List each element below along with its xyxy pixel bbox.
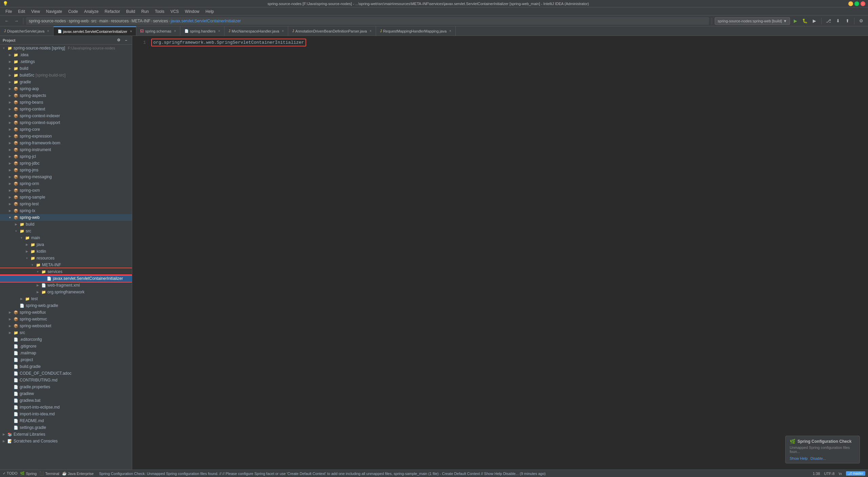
close-button[interactable]: × — [861, 1, 865, 6]
tab-mvcnamespacehandler[interactable]: J MvcNamespaceHandler.java × — [224, 26, 288, 36]
tree-item-src-outer[interactable]: ▶ 📁 src — [0, 329, 132, 336]
tree-item-spring-webmvc[interactable]: ▶ 📦 spring-webmvc — [0, 316, 132, 323]
tree-item-contributing[interactable]: ▶ 📄 CONTRIBUTING.md — [0, 377, 132, 383]
tab-close-javax[interactable]: × — [130, 29, 132, 33]
tree-item-spring-expression[interactable]: ▶ 📦 spring-expression — [0, 133, 132, 140]
tree-item-services[interactable]: ▾ 📁 services — [0, 268, 132, 275]
tree-item-scratches[interactable]: ▶ 📝 Scratches and Consoles — [0, 438, 132, 444]
debug-button[interactable]: 🐛 — [801, 17, 809, 25]
tree-item-build-gradle[interactable]: ▶ 📄 build.gradle — [0, 363, 132, 370]
menu-vcs[interactable]: VCS — [168, 8, 182, 15]
tab-close-dispatcherservlet[interactable]: × — [47, 29, 49, 33]
tree-item-resources[interactable]: ▾ 📁 resources — [0, 255, 132, 262]
tree-item-spring-context-support[interactable]: ▶ 📦 spring-context-support — [0, 119, 132, 126]
tree-item-spring-oxm[interactable]: ▶ 📦 spring-oxm — [0, 187, 132, 194]
breadcrumb-spring-web[interactable]: spring-web — [68, 19, 88, 23]
tab-dispatcherservlet[interactable]: J DispatcherServlet.java × — [0, 26, 54, 36]
tree-item-spring-web-gradle[interactable]: ▶ 📄 spring-web.gradle — [0, 302, 132, 309]
run-config-selector[interactable]: spring-source-nodes:spring-web [build] ▼ — [715, 17, 790, 25]
notif-show-help-button[interactable]: Show Help — [790, 456, 808, 460]
status-tab-java-enterprise[interactable]: ☕ Java Enterprise — [62, 471, 94, 476]
tree-item-spring-aop[interactable]: ▶ 📦 spring-aop — [0, 85, 132, 92]
tab-javax-servlet[interactable]: 📄 javax.servlet.ServletContainerInitiali… — [54, 26, 136, 36]
push-button[interactable]: ⬆ — [843, 17, 851, 25]
tree-item-java[interactable]: ▶ 📁 java — [0, 241, 132, 248]
tree-item-javax-servlet[interactable]: ▶ 📄 javax.servlet.ServletContainerInitia… — [0, 275, 132, 282]
breadcrumb-file[interactable]: javax.servlet.ServletContainerInitialize… — [171, 19, 241, 23]
status-encoding[interactable]: UTF-8 — [824, 472, 834, 476]
tree-item-gradlew-bat[interactable]: ▶ 📄 gradlew.bat — [0, 397, 132, 404]
tree-item-spring-beans[interactable]: ▶ 📦 spring-beans — [0, 99, 132, 106]
tab-annotationdriven[interactable]: J AnnotationDrivenBeanDefinitionParser.j… — [288, 26, 376, 36]
menu-code[interactable]: Code — [65, 8, 81, 15]
tree-item-editorconfig[interactable]: ▶ 📄 .editorconfig — [0, 336, 132, 343]
tree-item-external-libraries[interactable]: ▶ 📚 External Libraries — [0, 431, 132, 438]
tree-item-src[interactable]: ▾ 📁 src — [0, 228, 132, 234]
tree-item-spring-test[interactable]: ▶ 📦 spring-test — [0, 201, 132, 207]
tree-item-main[interactable]: ▾ 📁 main — [0, 234, 132, 241]
menu-run[interactable]: Run — [139, 8, 152, 15]
tree-item-mailmap[interactable]: ▶ 📄 .mailmap — [0, 350, 132, 356]
tree-item-spring-context[interactable]: ▶ 📦 spring-context — [0, 106, 132, 112]
tree-item-spring-framework-bom[interactable]: ▶ 📦 spring-framework-bom — [0, 140, 132, 146]
run-button[interactable]: ▶ — [791, 17, 800, 25]
maximize-button[interactable]: □ — [854, 1, 859, 6]
tree-item-spring-messaging[interactable]: ▶ 📦 spring-messaging — [0, 173, 132, 180]
tree-item-gitignore[interactable]: ▶ 📄 .gitignore — [0, 343, 132, 350]
tree-item-gradle[interactable]: ▶ 📁 gradle — [0, 79, 132, 85]
update-button[interactable]: ⬇ — [834, 17, 842, 25]
tree-item-spring-webflux[interactable]: ▶ 📦 spring-webflux — [0, 309, 132, 316]
tree-item-gradlew[interactable]: ▶ 📄 gradlew — [0, 390, 132, 397]
window-controls[interactable]: − □ × — [848, 1, 865, 6]
toolbar-back-button[interactable]: ← — [3, 17, 11, 25]
tree-item-spring-web[interactable]: ▾ 📦 spring-web — [0, 214, 132, 221]
status-tab-spring[interactable]: 🌿 Spring — [20, 471, 37, 476]
sidebar-settings-icon[interactable]: ⚙ — [116, 37, 122, 43]
tree-item-spring-orm[interactable]: ▶ 📦 spring-orm — [0, 180, 132, 187]
tree-item-settings[interactable]: ▶ 📁 .settings — [0, 58, 132, 65]
tree-item-settings-gradle[interactable]: ▶ 📄 settings.gradle — [0, 424, 132, 431]
tree-item-meta-inf[interactable]: ▾ 📁 META-INF — [0, 262, 132, 268]
tree-item-spring-instrument[interactable]: ▶ 📦 spring-instrument — [0, 146, 132, 153]
tree-item-idea[interactable]: ▶ 📁 .idea — [0, 51, 132, 58]
tree-item-spring-core[interactable]: ▶ 📦 spring-core — [0, 126, 132, 133]
tree-item-spring-jcl[interactable]: ▶ 📦 spring-jcl — [0, 153, 132, 160]
breadcrumb-main[interactable]: main — [99, 19, 108, 23]
tree-item-build[interactable]: ▶ 📁 build — [0, 65, 132, 72]
tab-requestmapping[interactable]: J RequestMappingHandlerMapping.java × — [376, 26, 456, 36]
run-with-coverage-button[interactable]: ▶ — [810, 17, 818, 25]
commit-button[interactable]: ⎇ — [824, 17, 832, 25]
menu-window[interactable]: Window — [182, 8, 202, 15]
tree-item-code-of-conduct[interactable]: ▶ 📄 CODE_OF_CONDUCT.adoc — [0, 370, 132, 377]
tab-close-request[interactable]: × — [449, 29, 451, 33]
tree-item-build-sub[interactable]: ▶ 📁 build — [0, 221, 132, 228]
tree-item-spring-jms[interactable]: ▶ 📦 spring-jms — [0, 167, 132, 173]
minimize-button[interactable]: − — [848, 1, 853, 6]
breadcrumb-meta-inf[interactable]: META-INF — [132, 19, 151, 23]
tab-spring-handlers[interactable]: 📄 spring.handlers × — [180, 26, 224, 36]
menu-analyze[interactable]: Analyze — [81, 8, 101, 15]
menu-edit[interactable]: Edit — [15, 8, 28, 15]
tree-item-kotlin[interactable]: ▶ 📁 kotlin — [0, 248, 132, 255]
settings-button[interactable]: ⚙ — [857, 17, 865, 25]
tree-item-test[interactable]: ▶ 📁 test — [0, 295, 132, 302]
tab-close-schemas[interactable]: × — [174, 29, 176, 33]
breadcrumb-services[interactable]: services — [153, 19, 168, 23]
status-tab-terminal[interactable]: ⬛ Terminal — [39, 471, 59, 476]
menu-navigate[interactable]: Navigate — [43, 8, 65, 15]
tab-spring-schemas[interactable]: ⛾ spring.schemas × — [136, 26, 180, 36]
tree-item-gradle-properties[interactable]: ▶ 📄 gradle.properties — [0, 383, 132, 390]
tree-item-org-springframework[interactable]: ▶ 📁 org.springframework — [0, 289, 132, 295]
tab-close-annotation[interactable]: × — [370, 29, 372, 33]
status-position[interactable]: 1:38 — [813, 472, 820, 476]
tree-item-root[interactable]: ▾ 📁 spring-source-nodes [spring] F:\Java… — [0, 45, 132, 51]
tree-item-readme[interactable]: ▶ 📄 README.md — [0, 417, 132, 424]
menu-view[interactable]: View — [28, 8, 43, 15]
breadcrumb-resources[interactable]: resources — [111, 19, 129, 23]
tree-item-spring-jdbc[interactable]: ▶ 📦 spring-jdbc — [0, 160, 132, 167]
tree-item-web-fragment[interactable]: ▶ 📄 web-fragment.xml — [0, 282, 132, 289]
menu-refactor[interactable]: Refactor — [102, 8, 123, 15]
toolbar-forward-button[interactable]: → — [12, 17, 20, 25]
tree-item-spring-websocket[interactable]: ▶ 📦 spring-websocket — [0, 323, 132, 329]
menu-build[interactable]: Build — [123, 8, 138, 15]
